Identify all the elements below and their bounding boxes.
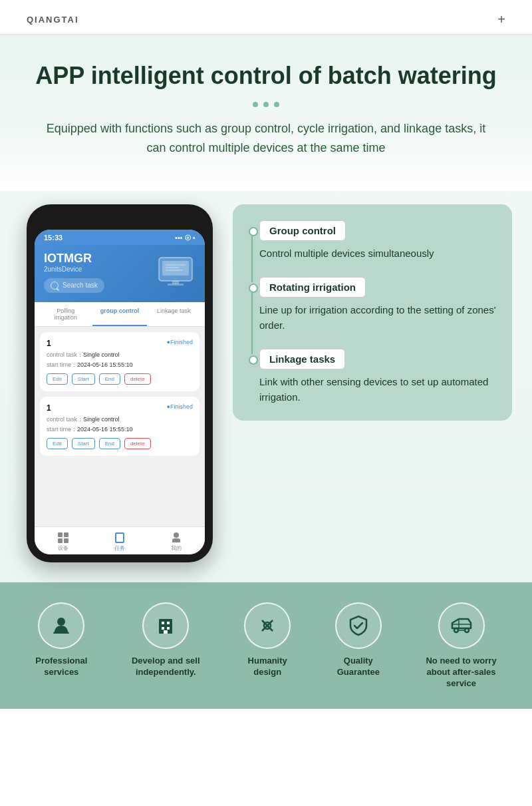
phone-app-header: IOTMGR 2unitsDevice Search task bbox=[35, 245, 205, 302]
shield-icon bbox=[346, 614, 370, 638]
hero-dots bbox=[27, 102, 505, 107]
phone-time: 15:33 bbox=[44, 234, 63, 242]
feature-desc-linkage: Link with other sensing devices to set u… bbox=[259, 375, 499, 405]
shield-icon-circle bbox=[335, 602, 382, 649]
phone-nav: 设备 任务 我的 bbox=[35, 526, 205, 554]
search-placeholder: Search task bbox=[63, 282, 98, 289]
phone-signal: ▪▪▪ ⦾ ▪ bbox=[175, 234, 196, 242]
phone-search-bar[interactable]: Search task bbox=[44, 278, 104, 293]
bottom-item-quality: Quality Guarantee bbox=[335, 602, 382, 678]
task-control-row-1: control task：Single control bbox=[47, 351, 193, 359]
delivery-icon-circle bbox=[438, 602, 485, 649]
task-time-row-1: start time：2024-05-16 15:55:10 bbox=[47, 361, 193, 369]
bottom-label-aftersales: No need to worry about after-sales servi… bbox=[426, 656, 496, 690]
svg-rect-10 bbox=[167, 622, 170, 624]
phone-notch bbox=[93, 212, 146, 227]
phone-mockup: 15:33 ▪▪▪ ⦾ ▪ IOTMGR 2unitsDevice Search… bbox=[27, 204, 213, 562]
tab-linkage[interactable]: Linkage task bbox=[147, 302, 201, 326]
svg-rect-11 bbox=[162, 627, 164, 630]
task-control-row-2: control task：Single control bbox=[47, 415, 193, 424]
svg-rect-13 bbox=[164, 630, 168, 634]
phone-status-bar: 15:33 ▪▪▪ ⦾ ▪ bbox=[35, 230, 205, 245]
dot-3 bbox=[274, 102, 279, 107]
task-time-row-2: start time：2024-05-16 15:55:10 bbox=[47, 425, 193, 434]
task-actions-1: Edit Start End delete bbox=[47, 373, 193, 385]
edit-button-1[interactable]: Edit bbox=[47, 373, 68, 385]
nav-tasks[interactable]: 任务 bbox=[91, 532, 148, 552]
delete-button-1[interactable]: delete bbox=[124, 373, 151, 385]
features-panel: Group control Control multiple devices s… bbox=[233, 204, 512, 421]
person-services-icon bbox=[49, 614, 73, 638]
feature-rotating-irrigation: Rotating irrigation Line up for irrigati… bbox=[246, 277, 499, 333]
nav-devices-label: 设备 bbox=[58, 544, 68, 552]
feature-badge-linkage: Linkage tasks bbox=[259, 349, 345, 369]
tools-icon bbox=[255, 614, 279, 638]
task-status-1: ●Finished bbox=[167, 339, 193, 348]
header-plus-button[interactable]: + bbox=[497, 12, 505, 27]
bottom-label-professional: Professional services bbox=[35, 656, 87, 678]
phone-body: 1 ●Finished control task：Single control … bbox=[35, 327, 205, 526]
building-icon-circle bbox=[142, 602, 189, 649]
feature-group-control: Group control Control multiple devices s… bbox=[246, 220, 499, 262]
grid-icon bbox=[58, 532, 68, 543]
app-illustration bbox=[156, 254, 196, 288]
bottom-item-professional: Professional services bbox=[35, 602, 87, 678]
task-status-2: ●Finished bbox=[167, 403, 193, 413]
brand-name: QIANGTAI bbox=[27, 15, 79, 25]
bottom-item-humanity: Humanity design bbox=[244, 602, 291, 678]
tab-group-control[interactable]: group control bbox=[92, 302, 146, 326]
svg-rect-9 bbox=[162, 622, 164, 624]
hero-title: APP intelligent control of batch waterin… bbox=[27, 61, 505, 90]
end-button-1[interactable]: End bbox=[99, 373, 120, 385]
start-button-2[interactable]: Start bbox=[72, 438, 95, 449]
main-content: 15:33 ▪▪▪ ⦾ ▪ IOTMGR 2unitsDevice Search… bbox=[0, 191, 532, 582]
svg-point-7 bbox=[57, 618, 65, 626]
book-icon bbox=[115, 532, 124, 543]
feature-desc-group-control: Control multiple devices simultaneously bbox=[259, 246, 499, 262]
feature-badge-rotating: Rotating irrigation bbox=[259, 277, 366, 298]
person-icon bbox=[172, 532, 180, 543]
bottom-section: Professional services Develop and sell i… bbox=[0, 582, 532, 709]
bottom-item-develop: Develop and sell independently. bbox=[132, 602, 200, 678]
tab-polling[interactable]: Pollingirrigation bbox=[39, 302, 92, 326]
svg-point-17 bbox=[454, 628, 458, 632]
header: QIANGTAI + bbox=[0, 0, 532, 35]
professional-icon-circle bbox=[38, 602, 84, 649]
hero-section: APP intelligent control of batch waterin… bbox=[0, 35, 532, 191]
nav-profile-label: 我的 bbox=[171, 544, 182, 552]
nav-tasks-label: 任务 bbox=[114, 544, 125, 552]
svg-point-18 bbox=[465, 628, 469, 632]
hero-subtitle: Equipped with functions such as group co… bbox=[40, 119, 492, 158]
edit-button-2[interactable]: Edit bbox=[47, 438, 68, 449]
feature-linkage-tasks: Linkage tasks Link with other sensing de… bbox=[246, 349, 499, 405]
nav-devices[interactable]: 设备 bbox=[35, 532, 91, 552]
task-num-2: 1 bbox=[47, 403, 51, 413]
bottom-label-humanity: Humanity design bbox=[248, 656, 287, 678]
dot-2 bbox=[263, 102, 269, 107]
phone-container: 15:33 ▪▪▪ ⦾ ▪ IOTMGR 2unitsDevice Search… bbox=[20, 204, 219, 562]
nav-profile[interactable]: 我的 bbox=[148, 532, 205, 552]
bottom-label-develop: Develop and sell independently. bbox=[132, 656, 200, 678]
task-card-1: 1 ●Finished control task：Single control … bbox=[40, 332, 200, 391]
task-num-1: 1 bbox=[47, 339, 51, 348]
building-icon bbox=[154, 614, 178, 638]
feature-desc-rotating: Line up for irrigation according to the … bbox=[259, 303, 499, 333]
phone-tabs: Pollingirrigation group control Linkage … bbox=[35, 302, 205, 327]
search-icon bbox=[51, 282, 59, 290]
svg-rect-12 bbox=[167, 627, 170, 630]
phone-screen: 15:33 ▪▪▪ ⦾ ▪ IOTMGR 2unitsDevice Search… bbox=[35, 230, 205, 554]
bottom-label-quality: Quality Guarantee bbox=[337, 656, 380, 678]
end-button-2[interactable]: End bbox=[99, 438, 120, 449]
tools-icon-circle bbox=[244, 602, 291, 649]
svg-rect-3 bbox=[168, 284, 184, 286]
start-button-1[interactable]: Start bbox=[72, 373, 95, 385]
task-actions-2: Edit Start End delete bbox=[47, 438, 193, 449]
bottom-item-aftersales: No need to worry about after-sales servi… bbox=[426, 602, 496, 690]
delete-button-2[interactable]: delete bbox=[124, 438, 151, 449]
app-title: IOTMGR bbox=[44, 252, 104, 266]
delivery-icon bbox=[450, 614, 473, 638]
dot-1 bbox=[253, 102, 258, 107]
feature-badge-group-control: Group control bbox=[259, 220, 346, 241]
svg-rect-1 bbox=[162, 261, 189, 276]
task-card-2: 1 ●Finished control task：Single control … bbox=[40, 397, 200, 456]
